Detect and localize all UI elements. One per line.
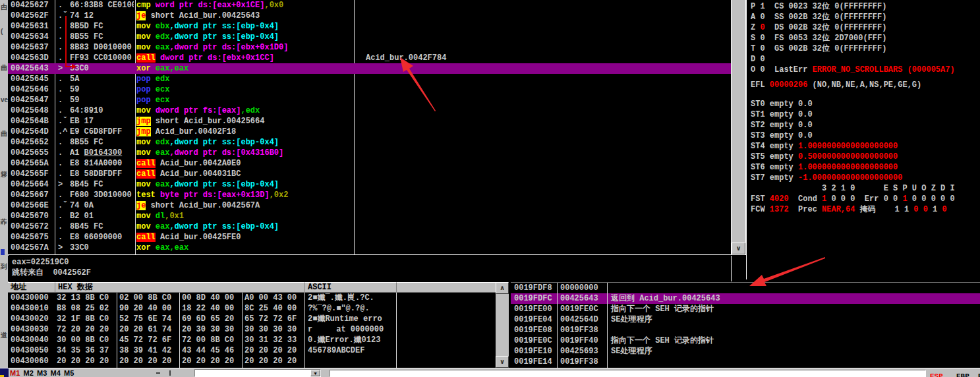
text-token: 0 [760,23,764,32]
scroll-down-button[interactable]: ∨ [496,356,509,368]
dump-row[interactable]: 0043002032 1F 8B C052 75 6E 7469 6D 65 2… [8,314,496,324]
disasm-row[interactable]: 00425646.59pop ecx [8,84,731,95]
text-token: Acid_bur.0042A0E0 [160,159,241,168]
disasm-row[interactable]: 0042566E.ˇ74 0Aje short Acid_bur.0042567… [8,200,731,211]
mark-cell: . [58,95,63,105]
address-cell: 00425627 [11,0,49,11]
instruction-cell: mov ebx,dword ptr ss:[ebp-0x4] [136,21,279,32]
disasm-row[interactable]: 0042565A.E8 814A0000call Acid_bur.0042A0… [8,158,731,169]
scroll-up-button[interactable]: ∧ [496,282,509,294]
disasm-row[interactable]: 00425670.B2 01mov dl,0x1 [8,211,731,221]
text-token: S 0 FS 0053 32位 2D7000(FFF) [751,34,886,43]
register-line[interactable]: A 0 SS 002B 32位 0(FFFFFFFF) [747,12,980,22]
register-line[interactable]: ST2 empty 0.0 [747,120,980,130]
register-line[interactable]: D 0 [747,54,980,65]
dump-row[interactable]: 0043006020 20 20 2020 20 20 2020 20 20 2… [8,356,496,366]
register-line[interactable]: FST 4020 Cond 1 0 0 0 Err 0 0 1 0 0 0 0 … [747,194,980,204]
register-line[interactable]: ST4 empty 1.0000000000000000000 [747,141,980,152]
disasm-row[interactable]: 0042564D.^E9 C6D8FDFFjmp Acid_bur.00402F… [8,127,731,137]
wide-input-field[interactable] [330,370,926,377]
stack-row[interactable]: 0019FE040042564DSE处理程序 [511,314,980,325]
register-line[interactable]: P 1 CS 0023 32位 0(FFFFFFFF) [747,1,980,12]
disasm-row[interactable]: 00425627.66:83B8 CE010000cmp word ptr ds… [8,0,731,11]
dump-row[interactable]: 0043004030 00 8B C045 72 72 6F72 00 8B C… [8,335,496,345]
stack-row[interactable]: 0019FE0C0019FF40指向下一个 SEH 记录的指针 [511,335,980,346]
instruction-cell: jmp Acid_bur.00402F18 [136,127,236,137]
dump-row[interactable]: 0043000032 13 8B C002 00 8B C000 8D 40 0… [8,293,496,303]
disasm-row[interactable]: 00425664>8B45 FCmov eax,dword ptr ss:[eb… [8,179,731,190]
disasm-row[interactable]: 00425645.5Apop edx [8,74,731,84]
disasm-row[interactable]: 0042563D.FF93 CC010000call dword ptr ds:… [8,53,731,63]
dump-row[interactable]: 0043003072 20 20 2020 20 61 7420 30 30 3… [8,324,496,335]
register-line[interactable]: S 0 FS 0053 32位 2D7000(FFF) [747,33,980,44]
tab-m3[interactable]: M3 [37,369,51,377]
register-line[interactable]: ST5 empty 0.5000000000000000000 [747,152,980,162]
disasm-row[interactable]: 00425667.F680 3D010000test byte ptr ds:[… [8,190,731,200]
text-token: O 0 LastErr [751,65,813,74]
register-line[interactable]: T 0 GS 002B 32位 0(FFFFFFFF) [747,44,980,54]
disasm-row[interactable]: 0042567A>33C0xor eax,eax [8,243,731,253]
stack-row[interactable]: 0019FE1000425693SE处理程序 [511,346,980,357]
disasm-row[interactable]: 00425675.E8 66090000call Acid_bur.00425F… [8,232,731,243]
text-token: call [136,53,156,63]
register-line[interactable]: O 0 LastErr ERROR_NO_SCROLLBARS (000005A… [747,65,980,75]
text-token: 74 0A [70,201,94,210]
text-token: ecx [156,85,170,94]
disasm-row[interactable]: 00425647.59pop ecx [8,95,731,105]
hex-group-cell: 30 31 32 33 [245,335,297,345]
register-line[interactable]: ST7 empty -1.0000000000000000000 [747,173,980,183]
hex-group-cell: 72 00 8B C0 [182,335,234,345]
address-cell: 0019FE08 [514,325,552,335]
tab-m2[interactable]: M2 [24,369,38,377]
scroll-down-button[interactable]: ∨ [732,243,745,254]
stack-row[interactable]: 0019FE080019FF38 [511,325,980,335]
hex-group-cell: 90 20 40 00 [119,303,171,314]
tab-m4[interactable]: M4 [51,369,65,377]
text-token: 66:83B8 CE010000 [70,1,134,10]
bytes-cell: E8 66090000 [70,232,134,243]
text-token: 0 0 0 0 0 [908,194,955,204]
panel-divider [746,0,747,279]
disasm-row[interactable]: 00425652.8B55 FCmov edx,dword ptr ss:[eb… [8,137,731,148]
disasm-scrollbar[interactable]: ∨ [732,0,746,254]
register-line[interactable]: Z 0 DS 002B 32位 0(FFFFFFFF) [747,22,980,33]
symbol-dropdown[interactable]: ▼ [194,369,321,377]
tab-m5[interactable]: M5 [64,369,78,377]
address-cell: 0019FDF8 [514,283,552,293]
text-token: Acid_bur.004031BC [160,169,241,179]
register-line[interactable]: ST0 empty 0.0 [747,99,980,109]
stack-row[interactable]: 0019FE140019FF38 [511,357,980,367]
stack-row[interactable]: 0019FE000019FE0C指向下一个 SEH 记录的指针 [511,304,980,314]
instruction-cell: je short Acid_bur.00425643 [136,11,260,21]
stack-row[interactable]: 0019FDFC00425643返回到 Acid_bur.00425643 [511,293,980,304]
address-cell: 00425652 [11,137,49,148]
register-line[interactable]: EFL 00000206 (NO,NB,NE,A,NS,PE,GE,G) [747,80,980,90]
instruction-cell: call dword ptr ds:[ebx+0x1CC] [136,53,274,63]
register-line[interactable]: 3 2 1 0 E S P U O Z D I [747,183,980,194]
mark-cell: . [58,105,63,116]
disasm-row[interactable]: 00425648.64:8910mov dword ptr fs:[eax],e… [8,105,731,116]
register-line[interactable]: FCW 1372 Prec NEAR,64 掩码 1 1 0 0 1 0 [747,204,980,215]
disasm-row[interactable]: 0042565F.E8 58DBFDFFcall Acid_bur.004031… [8,169,731,179]
column-divider [117,293,117,368]
register-line[interactable]: ST3 empty 0.0 [747,130,980,141]
dump-scrollbar[interactable]: ∧ ∨ [496,282,509,368]
disasm-row[interactable]: 0042562F.ˇ74 12je short Acid_bur.0042564… [8,11,731,21]
disasm-row[interactable]: 0042564B.ˇEB 17jmp short Acid_bur.004256… [8,116,731,127]
text-token: 1372 [770,205,789,214]
dump-row[interactable]: 00430010B8 08 25 0290 20 40 0018 22 40 0… [8,303,496,314]
disasm-row[interactable]: 00425634.8B55 FCmov edx,dword ptr ss:[eb… [8,32,731,42]
disasm-row[interactable]: 00425655.A1 B0164300mov eax,dword ptr ds… [8,148,731,158]
dump-row[interactable]: 0043005034 35 36 3738 39 41 4243 44 45 4… [8,345,496,356]
register-line[interactable]: ST1 empty 0.0 [747,109,980,120]
register-line[interactable]: ST6 empty 1.0000000000000000000 [747,162,980,173]
disasm-row[interactable]: 00425672.8B45 FCmov eax,dword ptr ss:[eb… [8,221,731,232]
disasm-row[interactable]: 00425637.8B83 D0010000mov eax,dword ptr … [8,42,731,53]
dropdown-button[interactable]: ▼ [310,370,320,376]
disasm-row[interactable]: 00425643>33C0xor eax,eax [8,63,731,74]
disasm-row[interactable]: 00425631.8B5D FCmov ebx,dword ptr ss:[eb… [8,21,731,32]
text-token: 8B55 FC [70,138,103,147]
text-token: ,0x1 [165,212,184,221]
tab-m1[interactable]: M1 [10,369,24,377]
stack-row[interactable]: 0019FDF800000000 [511,283,980,293]
